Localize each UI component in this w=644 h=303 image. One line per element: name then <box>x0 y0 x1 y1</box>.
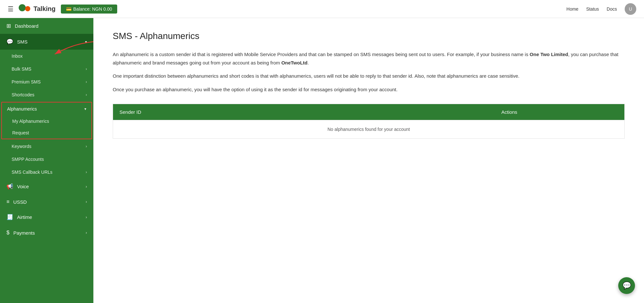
chat-icon: 💬 <box>622 281 631 290</box>
premium-sms-chevron-right-icon: › <box>86 80 87 84</box>
payments-icon: $ <box>6 230 9 236</box>
table-header: Sender ID Actions <box>113 104 625 120</box>
payments-label: Payments <box>13 230 35 236</box>
docs-link[interactable]: Docs <box>607 6 617 12</box>
logo-text: Talking <box>33 5 56 13</box>
avatar-initial: U <box>629 6 632 12</box>
sms-section: 💬 SMS ▾ Inbox Bulk SMS › Premium SMS › S… <box>0 34 93 179</box>
sms-icon: 💬 <box>6 38 13 45</box>
voice-label: Voice <box>17 184 29 189</box>
hamburger-icon[interactable]: ☰ <box>8 5 14 13</box>
logo-icon <box>19 4 32 14</box>
sms-label: SMS <box>17 39 28 44</box>
balance-amount: Balance: NGN 0.00 <box>73 6 112 12</box>
body-wrapper: ⊞ Dashboard 💬 SMS ▾ Inbox Bulk SMS › Pre <box>0 18 644 303</box>
airtime-item-left: 🧾 Airtime <box>6 214 32 220</box>
sidebar-item-shortcodes[interactable]: Shortcodes › <box>0 88 93 101</box>
keywords-chevron-right-icon: › <box>86 144 87 149</box>
sidebar-item-inbox[interactable]: Inbox <box>0 50 93 63</box>
sidebar-item-sms-callback-urls[interactable]: SMS Callback URLs › <box>0 166 93 179</box>
logo-orange-circle <box>25 6 30 11</box>
ussd-icon: ≡ <box>6 199 9 205</box>
sms-callback-chevron-right-icon: › <box>86 170 87 174</box>
table-header-row: Sender ID Actions <box>113 104 625 120</box>
wallet-icon: 💳 <box>66 6 71 12</box>
paragraph-2: One important distinction between alphan… <box>113 72 625 80</box>
sidebar-item-alphanumerics[interactable]: Alphanumerics ▾ <box>2 103 91 115</box>
dashboard-item-left: ⊞ Dashboard <box>6 23 38 29</box>
description-block: An alphanumeric is a custom sender id th… <box>113 50 625 93</box>
logo: Talking <box>19 4 56 14</box>
ussd-item-left: ≡ USSD <box>6 199 27 205</box>
top-nav-right: Home Status Docs U <box>566 3 636 15</box>
dashboard-label: Dashboard <box>15 23 38 29</box>
sidebar-item-request[interactable]: Request <box>2 127 91 139</box>
home-link[interactable]: Home <box>566 6 578 12</box>
ussd-label: USSD <box>13 199 27 205</box>
airtime-chevron-right-icon: › <box>86 215 87 220</box>
sms-header[interactable]: 💬 SMS ▾ <box>0 34 93 50</box>
paragraph-3: Once you purchase an alphanumeric, you w… <box>113 85 625 94</box>
inbox-label: Inbox <box>12 54 23 59</box>
alphanumerics-table: Sender ID Actions No alphanumerics found… <box>113 104 625 139</box>
paragraph-1: An alphanumeric is a custom sender id th… <box>113 50 625 67</box>
sidebar-item-ussd[interactable]: ≡ USSD › <box>0 194 93 209</box>
sidebar-item-my-alphanumerics[interactable]: My Alphanumerics <box>2 115 91 127</box>
sidebar-item-keywords[interactable]: Keywords › <box>0 140 93 153</box>
table-col-actions: Actions <box>394 104 624 120</box>
dashboard-icon: ⊞ <box>6 23 11 29</box>
shortcodes-label: Shortcodes <box>12 92 34 97</box>
alphanumerics-label: Alphanumerics <box>7 106 37 112</box>
payments-chevron-right-icon: › <box>86 230 87 235</box>
sidebar: ⊞ Dashboard 💬 SMS ▾ Inbox Bulk SMS › Pre <box>0 18 93 303</box>
sms-callback-urls-label: SMS Callback URLs <box>12 170 52 175</box>
sidebar-item-airtime[interactable]: 🧾 Airtime › <box>0 209 93 225</box>
voice-item-left: 📢 Voice <box>6 183 29 190</box>
bold-one-two-limited: One Two Limited <box>530 52 568 57</box>
bulk-sms-label: Bulk SMS <box>12 66 31 72</box>
sidebar-item-dashboard[interactable]: ⊞ Dashboard <box>0 18 93 34</box>
alphanumerics-section: Alphanumerics ▾ My Alphanumerics Request <box>1 102 92 139</box>
airtime-label: Airtime <box>17 214 32 220</box>
sidebar-item-bulk-sms[interactable]: Bulk SMS › <box>0 63 93 75</box>
sidebar-item-payments[interactable]: $ Payments › <box>0 225 93 240</box>
logo-green-circle <box>19 4 26 11</box>
user-avatar[interactable]: U <box>625 3 636 15</box>
sidebar-item-voice[interactable]: 📢 Voice › <box>0 179 93 194</box>
table-body: No alphanumerics found for your account <box>113 120 625 139</box>
ussd-chevron-right-icon: › <box>86 200 87 204</box>
keywords-label: Keywords <box>12 144 31 149</box>
sidebar-item-smpp-accounts[interactable]: SMPP Accounts <box>0 153 93 166</box>
alphanumerics-chevron-down-icon: ▾ <box>84 107 86 111</box>
payments-item-left: $ Payments <box>6 230 35 236</box>
balance-button[interactable]: 💳 Balance: NGN 0.00 <box>61 5 118 14</box>
airtime-icon: 🧾 <box>6 214 13 220</box>
bold-onetwoltd: OneTwoLtd <box>281 60 308 65</box>
sms-header-left: 💬 SMS <box>6 38 28 45</box>
sms-chevron-down-icon: ▾ <box>85 40 87 44</box>
sidebar-item-premium-sms[interactable]: Premium SMS › <box>0 75 93 88</box>
premium-sms-label: Premium SMS <box>12 79 41 84</box>
status-link[interactable]: Status <box>586 6 599 12</box>
request-label: Request <box>12 130 29 135</box>
chat-bubble-button[interactable]: 💬 <box>618 277 635 294</box>
table-col-sender-id: Sender ID <box>113 104 394 120</box>
voice-chevron-right-icon: › <box>86 184 87 189</box>
page-title: SMS - Alphanumerics <box>113 31 625 41</box>
top-navigation: ☰ Talking 💳 Balance: NGN 0.00 Home Statu… <box>0 0 644 18</box>
bulk-sms-chevron-right-icon: › <box>86 67 87 71</box>
voice-icon: 📢 <box>6 183 13 190</box>
table-empty-row: No alphanumerics found for your account <box>113 120 625 139</box>
table-empty-message: No alphanumerics found for your account <box>113 120 625 139</box>
shortcodes-chevron-right-icon: › <box>86 93 87 97</box>
my-alphanumerics-label: My Alphanumerics <box>12 119 49 124</box>
main-content: SMS - Alphanumerics An alphanumeric is a… <box>93 18 644 303</box>
top-nav-left: ☰ Talking 💳 Balance: NGN 0.00 <box>8 4 117 14</box>
smpp-accounts-label: SMPP Accounts <box>12 157 44 162</box>
